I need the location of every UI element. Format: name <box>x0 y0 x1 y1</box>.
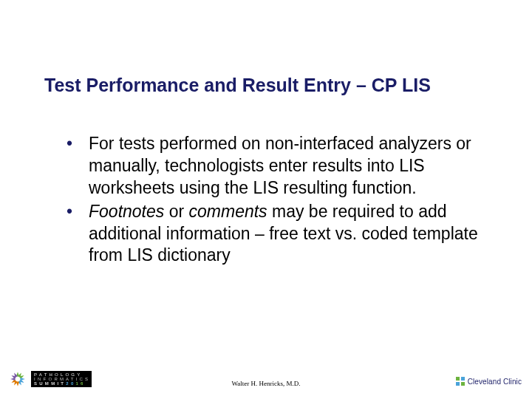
footer-author: Walter H. Henricks, M.D. <box>0 380 532 387</box>
bullet-italic: comments <box>189 202 267 221</box>
cleveland-clinic-text: Cleveland Clinic <box>468 378 522 386</box>
svg-rect-2 <box>456 382 460 386</box>
svg-rect-1 <box>461 377 465 381</box>
bullet-item: Footnotes or comments may be required to… <box>66 201 488 267</box>
slide: Test Performance and Result Entry – CP L… <box>0 0 532 399</box>
slide-body: For tests performed on non-interfaced an… <box>66 133 488 268</box>
svg-rect-3 <box>461 382 465 386</box>
cleveland-clinic-icon <box>456 377 465 386</box>
footer: P A T H O L O G Y I N F O R M A T I C S … <box>0 368 532 390</box>
svg-rect-0 <box>456 377 460 381</box>
bullet-text: For tests performed on non-interfaced an… <box>89 134 471 197</box>
slide-title: Test Performance and Result Entry – CP L… <box>44 74 502 97</box>
bullet-list: For tests performed on non-interfaced an… <box>66 133 488 267</box>
bullet-italic: Footnotes <box>89 202 164 221</box>
bullet-text: or <box>164 202 188 221</box>
logo-line: P A T H O L O G Y <box>34 372 89 377</box>
bullet-item: For tests performed on non-interfaced an… <box>66 133 488 200</box>
cleveland-clinic-logo: Cleveland Clinic <box>456 377 522 386</box>
